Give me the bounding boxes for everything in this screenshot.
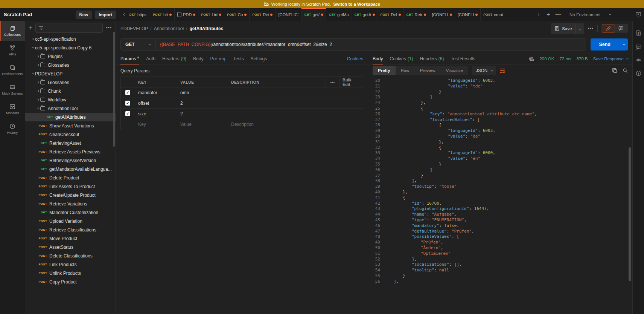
rail-item-history[interactable]: History [0,119,25,139]
tree-row-collection[interactable]: PDDEVELOP [25,69,116,78]
tree-row-request[interactable]: POSTRetrieve Variations [25,199,116,208]
param-description[interactable] [228,98,363,108]
tree-row-request[interactable]: POSTDelete Classifications [25,251,116,260]
sidebar-options-icon[interactable]: ••• [106,25,112,31]
tab-prereq[interactable]: Pre-req. [210,53,226,64]
tree-row-folder[interactable]: AnnotationTool [25,104,116,113]
comments-button[interactable] [615,25,627,32]
tree-row-request[interactable]: POSTAssetStatus [25,243,116,251]
tree-row-folder[interactable]: Workflow [25,95,116,104]
tree-row-folder[interactable]: Plugins [25,52,116,61]
tab-params[interactable]: Params [120,53,139,64]
tree-row-folder[interactable]: Glossaries [25,78,116,87]
response-tab-testresults[interactable]: Test Results [451,53,475,64]
new-tab-button[interactable]: + [547,11,550,18]
tree-row-request[interactable]: POSTRetrieve Classifications [25,225,116,234]
tree-row-request[interactable]: POSTDelete Product [25,173,116,182]
tree-row-request[interactable]: GETgetAllAttributes [25,113,116,121]
tree-row-collection[interactable]: cc5-api-specification Copy 6 [25,43,116,52]
param-description[interactable] [228,87,363,98]
tree-row-request[interactable]: POSTCreate/Update Product [25,191,116,199]
response-body-code[interactable]: 20"languageId": 6003,21"value": "tde"22}… [368,77,632,314]
params-options-icon[interactable]: ••• [326,77,340,87]
request-tab[interactable]: POSTCo [224,8,250,21]
wrap-text-toggle[interactable] [500,68,505,73]
request-tab[interactable]: GETRetr [404,8,429,21]
tab-auth[interactable]: Auth [146,53,155,64]
tabs-scroll-right[interactable] [533,8,543,21]
request-tab[interactable]: POSTRet [250,8,276,21]
request-tab[interactable]: POSTDel [378,8,404,21]
param-checkbox[interactable]: ✓ [125,101,130,106]
format-selector[interactable]: JSON [472,66,496,75]
tab-headers[interactable]: Headers(9) [162,53,186,64]
param-description-placeholder[interactable]: Description [228,119,363,130]
environment-selector[interactable]: No Environment [565,8,633,21]
rail-item-monitors[interactable]: Monitors [0,100,25,119]
response-scrollbar[interactable] [629,147,631,281]
rail-item-environments[interactable]: Environments [0,60,25,80]
tree-row-request[interactable]: GETgetMandatorAvailableLangua... [25,165,116,173]
copy-icon[interactable] [612,68,617,73]
request-tab[interactable]: [CONFLI [429,8,455,21]
request-tab[interactable]: POSTcreat [481,8,506,21]
cookies-link[interactable]: Cookies [347,56,363,61]
documentation-icon[interactable] [636,30,641,36]
save-response-button[interactable]: Save Response [593,57,628,61]
tabs-scroll-left[interactable] [120,8,129,21]
sidebar-filter-input[interactable] [35,23,103,33]
breadcrumb-collection[interactable]: PDDEVELOP [120,26,148,31]
switch-workspace-link[interactable]: Switch to a Workspace [333,2,380,6]
tab-tests[interactable]: Tests [233,53,244,64]
param-key[interactable]: offset [135,98,177,108]
tree-row-request[interactable]: POSTShow Asset Variations [25,121,116,130]
new-button[interactable]: New [76,11,92,19]
tree-row-request[interactable]: POSTUpload Variation [25,217,116,225]
view-tab-pretty[interactable]: Pretty [373,66,396,75]
request-tab[interactable]: POSTLink A [198,8,224,21]
rail-item-mock-servers[interactable]: Mock Servers [0,80,25,100]
request-tab[interactable]: GETgetMa [326,8,352,21]
rail-item-apis[interactable]: APIs [0,41,25,60]
param-key-placeholder[interactable]: Key [135,119,177,130]
request-options-icon[interactable]: ••• [588,26,594,31]
edit-pencil-button[interactable] [602,25,615,32]
param-value[interactable]: omn [177,87,228,98]
view-tab-visualize[interactable]: Visualize [441,66,469,75]
tree-row-request[interactable]: POSTCopy Product [25,277,116,286]
send-button[interactable]: Send [591,38,619,51]
tree-row-folder[interactable]: Glossaries [25,61,116,69]
send-dropdown[interactable] [619,38,628,51]
search-icon[interactable] [623,68,628,73]
save-dropdown[interactable] [575,23,584,34]
param-value[interactable]: 2 [177,98,228,108]
tab-body[interactable]: Body [193,53,203,64]
breadcrumb-folder[interactable]: AnnotationTool [154,26,184,31]
info-icon[interactable] [636,70,641,76]
tree-row-request[interactable]: GETRetrievingAssetVersion [25,156,116,165]
param-checkbox[interactable]: ✓ [125,90,130,95]
request-tab[interactable]: [CONFLICT [276,8,301,21]
bulk-edit-button[interactable]: Bulk Edit [340,77,363,87]
code-snippet-icon[interactable]: </> [636,58,640,62]
tab-settings[interactable]: Settings [251,53,267,64]
view-tab-preview[interactable]: Preview [415,66,441,75]
tree-row-request[interactable]: GETRetrievingAsset [25,139,116,147]
request-tab[interactable]: GETget/ [301,8,326,21]
response-tab-cookies[interactable]: Cookies(1) [390,53,413,64]
param-value-placeholder[interactable]: Value [177,119,228,130]
param-value[interactable]: 2 [177,109,228,119]
request-tab[interactable]: POSThttps: [129,8,150,21]
tree-row-folder[interactable]: Chunk [25,87,116,95]
tree-row-request[interactable]: POSTRetrieve Assets Previews [25,147,116,156]
sidebar-scrollbar[interactable] [113,32,115,147]
view-tab-raw[interactable]: Raw [396,66,415,75]
import-button[interactable]: Import [95,11,116,19]
tree-row-request[interactable]: POSTcleanCheckout [25,130,116,139]
url-input[interactable]: {{BASE_PATH_CONFIG}}/annotationtools/att… [155,39,586,50]
param-checkbox[interactable]: ✓ [125,111,130,116]
request-tab[interactable]: GETgetA [352,8,378,21]
comment-icon[interactable] [636,44,641,50]
tree-row-collection[interactable]: cc5-api-specification [25,35,116,43]
save-button[interactable]: Save [551,23,584,34]
